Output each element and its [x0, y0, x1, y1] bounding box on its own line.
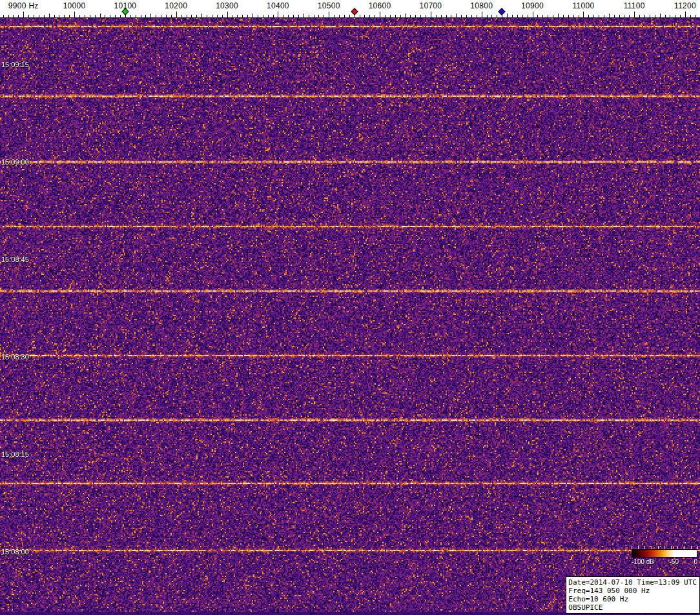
freq-tick — [583, 12, 584, 17]
freq-tick — [59, 15, 59, 17]
freq-tick — [624, 15, 624, 17]
freq-tick-label: 10000 — [63, 1, 86, 10]
freq-tick — [344, 15, 345, 17]
freq-tick — [145, 15, 146, 17]
freq-tick — [166, 15, 167, 17]
freq-tick — [405, 14, 406, 17]
freq-tick — [263, 15, 263, 17]
colorbar-tick — [691, 546, 692, 549]
freq-tick-label: 10300 — [216, 1, 238, 10]
freq-tick — [660, 14, 661, 17]
colorbar-tick — [671, 546, 672, 549]
freq-tick — [161, 15, 161, 17]
spectrogram-window: 9900 Hz100001010010200103001040010500106… — [0, 0, 700, 615]
freq-tick-label: 11200 — [674, 1, 696, 10]
freq-tick — [3, 15, 4, 17]
colorbar: -100 dB -50 0 — [632, 546, 697, 565]
freq-tick — [415, 15, 416, 17]
freq-tick — [680, 15, 681, 17]
freq-tick — [548, 15, 548, 17]
time-tick-label: 15:08:45 — [1, 256, 29, 263]
freq-tick — [191, 15, 192, 17]
freq-tick — [136, 15, 136, 17]
freq-tick — [390, 15, 391, 17]
freq-tick — [604, 15, 604, 17]
freq-tick-label: 10500 — [318, 1, 340, 10]
freq-tick — [573, 15, 574, 17]
freq-tick — [461, 15, 462, 17]
colorbar-tick — [638, 546, 639, 549]
freq-tick — [588, 15, 589, 17]
freq-tick — [181, 15, 182, 17]
freq-tick — [79, 15, 80, 17]
freq-tick — [95, 15, 96, 17]
freq-tick — [187, 15, 187, 17]
freq-tick-label: 9900 Hz — [8, 1, 39, 10]
freq-tick — [232, 15, 232, 17]
freq-tick — [507, 14, 508, 17]
freq-tick — [563, 15, 564, 17]
freq-tick — [100, 14, 101, 17]
freq-tick — [28, 15, 29, 17]
freq-tick — [542, 15, 543, 17]
freq-tick — [619, 15, 620, 17]
freq-tick — [497, 15, 497, 17]
freq-tick — [293, 15, 294, 17]
freq-tick — [23, 12, 24, 17]
freq-tick — [431, 12, 431, 17]
colorbar-gradient — [632, 549, 697, 558]
freq-tick — [110, 15, 110, 17]
freq-tick — [39, 15, 39, 17]
freq-tick — [369, 15, 370, 17]
freq-tick — [537, 15, 538, 17]
freq-tick — [471, 15, 472, 17]
freq-tick — [385, 15, 386, 17]
info-box: Date=2014-07-10 Time=13:09 UTC Freq=143 … — [566, 576, 700, 614]
freq-tick — [491, 15, 492, 17]
colorbar-tick — [664, 546, 665, 549]
colorbar-label-min: -100 dB — [632, 558, 654, 565]
freq-tick — [426, 15, 426, 17]
freq-tick-label: 10700 — [419, 1, 442, 10]
freq-tick — [69, 15, 70, 17]
colorbar-tick — [677, 546, 678, 549]
info-frequency: Freq=143 050 000 Hz — [568, 587, 697, 595]
freq-tick — [217, 15, 218, 17]
colorbar-tick — [644, 546, 645, 549]
freq-tick — [410, 15, 411, 17]
freq-tick-label: 10600 — [369, 1, 391, 10]
freq-tick — [298, 15, 299, 17]
freq-tick-label: 11100 — [624, 1, 645, 10]
freq-tick — [156, 15, 156, 17]
freq-tick — [283, 15, 283, 17]
freq-tick — [201, 14, 202, 17]
freq-tick — [334, 15, 335, 17]
freq-tick — [85, 15, 85, 17]
freq-tick — [690, 15, 691, 17]
freq-tick — [528, 15, 528, 17]
marker-blue-diamond-icon[interactable] — [499, 8, 506, 15]
freq-tick — [349, 15, 350, 17]
time-tick-label: 15:09:00 — [1, 158, 29, 166]
freq-tick — [176, 12, 177, 17]
time-tick-label: 15:09:15 — [1, 61, 29, 68]
freq-tick — [502, 15, 502, 17]
freq-tick — [644, 15, 645, 17]
freq-tick — [120, 15, 121, 17]
freq-tick — [685, 12, 686, 17]
freq-tick — [400, 15, 401, 17]
colorbar-labels: -100 dB -50 0 — [632, 558, 697, 565]
freq-tick-label: 10200 — [165, 1, 187, 10]
freq-tick — [380, 12, 380, 17]
freq-tick — [568, 15, 569, 17]
freq-tick — [614, 15, 615, 17]
marker-red-diamond-icon[interactable] — [351, 8, 358, 15]
freq-tick — [304, 14, 304, 17]
freq-tick — [252, 14, 253, 17]
freq-tick-label: 11000 — [572, 1, 594, 10]
freq-tick — [665, 15, 666, 17]
time-tick-label: 15:08:00 — [1, 548, 29, 556]
freq-tick — [466, 15, 467, 17]
freq-tick — [558, 14, 559, 17]
freq-tick — [675, 15, 675, 17]
